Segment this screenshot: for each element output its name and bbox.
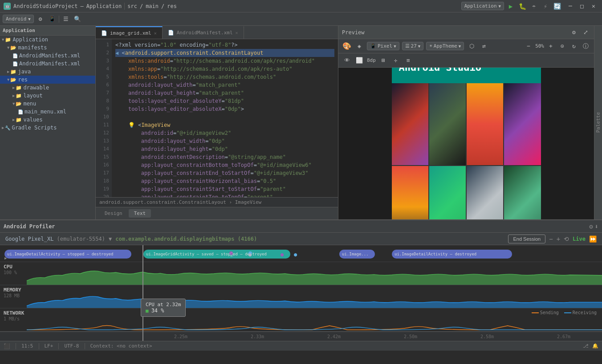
arrow-right-icon: ▶ [7, 69, 9, 74]
sync-button[interactable]: 🔄 [552, 1, 562, 11]
api-dropdown[interactable]: ☰ 27 ▼ [402, 42, 424, 50]
grid-cell-1 [392, 83, 428, 165]
coverage-button[interactable]: ☂ [529, 1, 539, 11]
profiler-minimize-btn[interactable]: ⬇ [595, 223, 598, 230]
debug-button[interactable]: 🐛 [517, 1, 527, 11]
arrow-down-icon: ▼ [7, 77, 9, 82]
align-btn[interactable]: ≡ [403, 56, 413, 65]
palette-icon[interactable]: 🎨 [342, 41, 352, 51]
context-label: Context: <no context> [90, 343, 152, 349]
info-btn[interactable]: ⓘ [581, 41, 590, 51]
tree-androidmanifest1[interactable]: 📄 AndroidManifest.xml [0, 52, 95, 60]
refresh-btn[interactable]: ↻ [569, 41, 579, 51]
close-button[interactable]: ✕ [589, 1, 598, 11]
sending-color [532, 312, 539, 313]
cpu-sublabel: 100 % [4, 270, 17, 275]
preview-settings-btn[interactable]: ⚙ [569, 28, 579, 37]
tree-values[interactable]: ▶ 📁 values [0, 116, 95, 124]
zoom-reset-btn[interactable]: ⊙ [557, 41, 567, 51]
menu-label: menu [23, 101, 36, 107]
theme-dropdown[interactable]: ☀ AppTheme ▼ [426, 42, 464, 50]
structure-btn[interactable]: ☰ [61, 14, 71, 24]
phone-screen: ▲ ▮ 8:00 Android Studio [392, 68, 541, 219]
android-dropdown[interactable]: Android ▼ [3, 15, 34, 23]
activity-block-1[interactable]: ui.ImageDetailActivity – stopped – destr… [4, 250, 131, 259]
snap-btn[interactable]: ⊞ [378, 56, 388, 65]
tree-java[interactable]: ▶ 📁 java [0, 68, 95, 76]
activity-block-2[interactable]: ui.ImageGridActivity – saved – stopped –… [143, 250, 290, 259]
grid-cell-6 [429, 166, 466, 220]
go-live-btn[interactable]: ⏩ [589, 235, 597, 243]
preview-header: Preview ⚙ ⤢ [338, 26, 594, 39]
run-config-dropdown[interactable]: Application ▼ [461, 2, 504, 10]
menu-xml-icon: 📄 [18, 109, 23, 114]
tab-close-1[interactable]: ✕ [154, 31, 157, 36]
zoom-in-profiler-btn[interactable]: + [557, 235, 560, 243]
avd-manager-btn[interactable]: 📱 [47, 14, 57, 24]
zoom-in-btn[interactable]: + [546, 41, 556, 51]
tree-res[interactable]: ▼ 📂 res [0, 76, 95, 84]
profiler-area: Android Profiler ⚙ ⬇ Google Pixel_XL (em… [0, 219, 602, 351]
design-mode-btn[interactable]: ◈ [354, 41, 364, 51]
code-content[interactable]: <?xml version="1.0" encoding="utf-8"?> ◀… [112, 39, 338, 197]
palette-tab-label: Palette [595, 112, 601, 133]
constraint-btn[interactable]: ✛ [391, 56, 401, 65]
run-button[interactable]: ▶ [506, 1, 516, 11]
tree-drawable[interactable]: ▶ 📁 drawable [0, 84, 95, 92]
memory-chart [0, 285, 602, 308]
editor-tab-bar: 📄 image_grid.xml ✕ 📄 AndroidManifest.xml… [96, 26, 338, 39]
tree-root-application[interactable]: ▼ 📁 Application [0, 36, 95, 44]
tab-androidmanifest[interactable]: 📄 AndroidManifest.xml ✕ [163, 26, 244, 39]
maximize-button[interactable]: □ [577, 1, 587, 11]
sdk-manager-btn[interactable]: ⚙ [36, 14, 45, 24]
tree-androidmanifest2[interactable]: 📄 AndroidManifest.xml [0, 60, 95, 68]
search-everywhere-btn[interactable]: 🔍 [73, 14, 82, 24]
tab-close-2[interactable]: ✕ [236, 30, 238, 35]
gradle-label: Gradle Scripts [12, 125, 57, 131]
code-line-16: app:layout_constraintBottom_toTopOf="@+i… [115, 161, 334, 169]
tree-menu[interactable]: ▼ 📂 menu [0, 100, 95, 108]
breadcrumb: android.support.constraint.ConstraintLay… [96, 197, 338, 207]
tree-manifests[interactable]: ▼ 📂 manifests [0, 44, 95, 52]
tree-main-menu[interactable]: 📄 main_menu.xml [0, 108, 95, 116]
grid-cell-2 [429, 83, 466, 165]
layout-label: layout [23, 93, 42, 99]
app-process: com.example.android.displayingbitmaps (4… [115, 236, 257, 242]
palette-tab[interactable]: Palette [594, 26, 602, 219]
network-sublabel: 1 MB/s [4, 316, 20, 321]
line-numbers: 1 2 3 4 5 6 7 8 9 10 11 12 13 14 15 16 1… [96, 39, 112, 197]
path-main: main [146, 3, 159, 9]
profile-button[interactable]: ⚡ [541, 1, 550, 11]
rtl-btn[interactable]: ⇄ [479, 41, 489, 51]
activity-block-3[interactable]: ui.Image... [339, 250, 375, 259]
event-dot-3: ● [281, 251, 284, 258]
device-dropdown[interactable]: 📱 Pixel ▼ [367, 42, 399, 50]
profiler-settings-btn[interactable]: ⚙ [589, 223, 593, 230]
preview-expand-btn[interactable]: ⤢ [581, 28, 590, 37]
minimize-button[interactable]: ─ [565, 1, 575, 11]
code-line-1: <?xml version="1.0" encoding="utf-8"?> [115, 41, 334, 49]
tab-text[interactable]: Text [129, 209, 151, 218]
code-line-14: android:layout_height="0dp" [115, 145, 334, 153]
divider1 [124, 3, 125, 10]
pan-left-btn[interactable]: ⟲ [564, 235, 569, 243]
activity-block-4[interactable]: ui.ImageDetailActivity – destroyed [392, 250, 512, 259]
xml-file-icon2: 📄 [12, 61, 18, 66]
tree-layout[interactable]: ▶ 📁 layout [0, 92, 95, 100]
margin-btn[interactable]: ⬜ [354, 56, 364, 65]
tab-design[interactable]: Design [99, 209, 128, 218]
zoom-out-btn[interactable]: − [524, 41, 533, 51]
code-line-13: android:layout_width="0dp" [115, 137, 334, 145]
zoom-out-profiler-btn[interactable]: − [549, 235, 553, 243]
view-toggle-btn[interactable]: 👁 [342, 56, 352, 65]
code-line-6: android:layout_width="match_parent" [115, 81, 334, 89]
tab-image-grid[interactable]: 📄 image_grid.xml ✕ [96, 26, 163, 39]
locale-btn[interactable]: ⬡ [467, 41, 476, 51]
end-session-button[interactable]: End Session [508, 235, 545, 243]
arrow-right-icon: ▶ [12, 93, 15, 98]
status-right: ⎇ 🔔 [583, 343, 598, 349]
title-bar-left: 🤖 AndroidStudioProject – Application src… [4, 3, 458, 10]
tree-gradle[interactable]: ▶ 🔧 Gradle Scripts [0, 124, 95, 132]
grid-cell-3 [467, 83, 503, 165]
event-dot-2: ● [248, 251, 252, 258]
